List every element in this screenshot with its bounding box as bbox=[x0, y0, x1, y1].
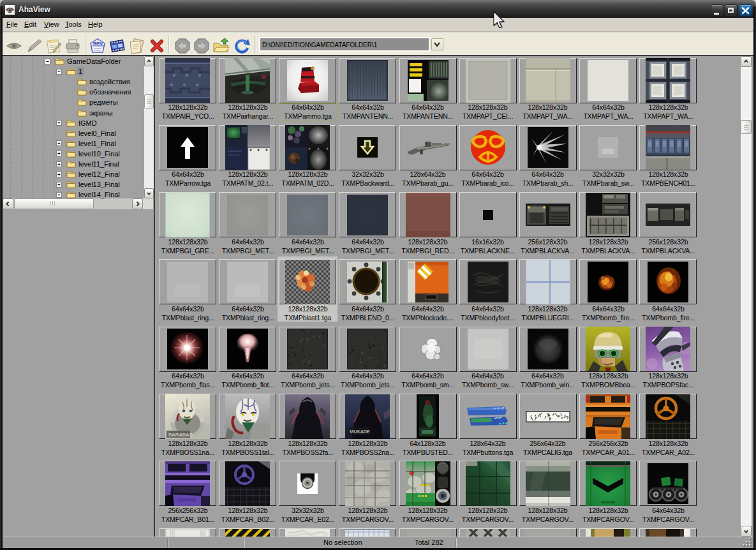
svg-text:BARABAS: BARABAS bbox=[168, 432, 193, 438]
svg-text:REN: REN bbox=[93, 41, 103, 46]
svg-text:MUKADE: MUKADE bbox=[350, 429, 370, 435]
